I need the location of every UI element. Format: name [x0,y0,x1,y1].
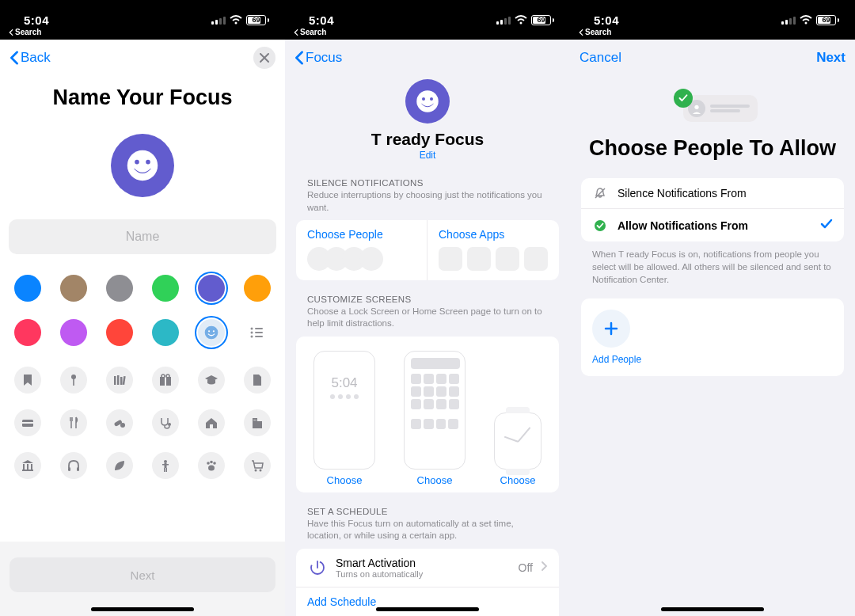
svg-rect-43 [27,464,28,470]
signal-icon [496,16,511,25]
choose-lockscreen[interactable]: Choose [327,474,363,486]
schedule-desc: Have this Focus turn on automatically at… [285,516,570,542]
color-purple[interactable] [198,275,225,302]
silence-card: Choose People Choose Apps [296,220,559,280]
option-allow[interactable]: Allow Notifications From [581,208,844,241]
cancel-button[interactable]: Cancel [580,50,621,66]
icon-building[interactable] [244,409,271,436]
color-pink[interactable] [14,319,41,346]
color-row-1 [14,275,271,302]
focus-name-input[interactable] [9,219,276,254]
color-brown[interactable] [60,275,87,302]
icon-bookmark[interactable] [14,367,41,394]
icon-paw[interactable] [198,452,225,479]
svg-rect-30 [165,377,166,386]
add-people-card: Add People [581,298,844,376]
icon-document[interactable] [244,367,271,394]
option-description: When T ready Focus is on, notifications … [581,241,844,286]
svg-point-36 [120,423,125,428]
icon-library[interactable] [106,367,133,394]
choose-people[interactable]: Choose People [296,220,428,280]
next-button[interactable]: Next [10,557,276,592]
svg-point-31 [162,375,165,378]
focus-name: T ready Focus [371,130,484,149]
apps-placeholders [439,247,548,271]
svg-rect-47 [77,467,79,471]
back-button[interactable]: Back [10,50,51,66]
choose-apps-link: Choose Apps [439,228,548,241]
icon-headphones[interactable] [60,452,87,479]
nav-bar: Focus [285,40,570,76]
customize-header: CUSTOMIZE SCREENS [285,295,570,304]
svg-rect-27 [123,376,126,385]
color-green[interactable] [152,275,179,302]
icon-bank[interactable] [14,452,41,479]
add-people-button[interactable] [592,310,630,348]
edit-link[interactable]: Edit [420,150,436,161]
svg-rect-51 [166,468,168,472]
close-button[interactable] [253,47,276,69]
color-gray[interactable] [106,275,133,302]
icon-fork[interactable] [60,409,87,436]
color-teal[interactable] [152,319,179,346]
status-icons: 69 [211,15,269,25]
focus-icon [405,79,450,124]
icon-option-smiley[interactable] [198,319,225,346]
back-button[interactable]: Focus [294,50,342,66]
watch-option[interactable]: Choose [494,413,542,486]
svg-rect-24 [114,376,116,385]
home-indicator[interactable] [376,607,479,611]
icon-card[interactable] [14,409,41,436]
next-button[interactable]: Next [816,50,846,66]
page-title: Choose People To Allow [589,136,836,161]
svg-rect-41 [256,420,256,420]
icon-stethoscope[interactable] [152,409,179,436]
homescreen-option[interactable]: Choose [404,351,466,486]
choose-apps[interactable]: Choose Apps [428,220,559,280]
smiley-icon [126,149,159,182]
choose-homescreen[interactable]: Choose [417,474,453,486]
selected-check-icon [820,218,833,233]
svg-rect-52 [162,464,169,466]
back-to-search[interactable]: Search [8,28,41,36]
screen2-content: T ready Focus Edit SILENCE NOTIFICATIONS… [285,76,570,616]
icon-graduation[interactable] [198,367,225,394]
back-to-search[interactable]: Search [578,28,611,36]
color-blue[interactable] [14,275,41,302]
lockscreen-time: 5:04 [331,375,357,391]
icon-house[interactable] [198,409,225,436]
icon-leaf[interactable] [106,452,133,479]
icon-person[interactable] [152,452,179,479]
status-bar: 5:04 69 Search [0,0,285,40]
option-silence[interactable]: Silence Notifications From [581,178,844,208]
choose-watch[interactable]: Choose [500,474,536,486]
footer: Next [0,542,285,616]
svg-point-21 [213,330,215,332]
icon-cart[interactable] [244,452,271,479]
icon-grid [14,367,271,479]
home-indicator[interactable] [91,607,194,611]
status-bar: 5:04 69 Search [285,0,570,40]
back-to-search[interactable]: Search [293,28,326,36]
color-magenta[interactable] [60,319,87,346]
icon-pin[interactable] [60,367,87,394]
add-schedule-button[interactable]: Add Schedule [296,587,559,616]
signal-icon [211,16,226,25]
color-orange[interactable] [244,275,271,302]
color-red[interactable] [106,319,133,346]
svg-rect-46 [68,467,70,471]
battery-icon: 69 [531,15,554,25]
home-indicator[interactable] [661,607,764,611]
page-title: Name Your Focus [52,86,232,110]
svg-point-54 [210,461,213,464]
screen-name-focus: 5:04 69 Search Back Name Your Focus [0,0,285,616]
lockscreen-option[interactable]: 5:04 Choose [314,351,375,486]
silence-header: SILENCE NOTIFICATIONS [285,178,570,188]
status-bar: 5:04 69 Search [570,0,855,40]
icon-gift[interactable] [152,367,179,394]
add-people-label[interactable]: Add People [592,354,641,365]
icon-pills[interactable] [106,409,133,436]
wifi-icon [800,15,812,25]
icon-option-list[interactable] [244,319,271,346]
smart-activation-row[interactable]: Smart Activation Turns on automatically … [296,549,559,587]
